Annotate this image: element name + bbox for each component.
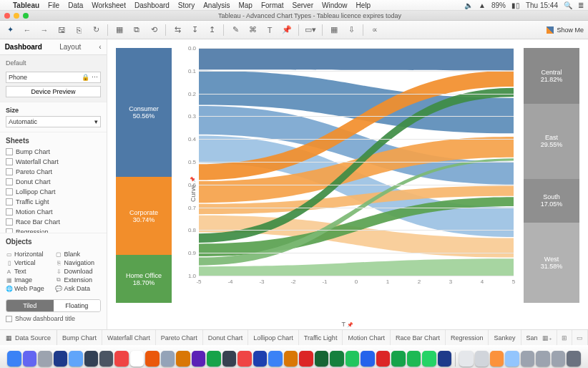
- swap-button[interactable]: ⇆: [172, 24, 183, 36]
- menu-analysis[interactable]: Analysis: [203, 1, 230, 9]
- menu-dashboard[interactable]: Dashboard: [134, 1, 170, 9]
- menu-story[interactable]: Story: [178, 1, 195, 9]
- menu-help[interactable]: Help: [356, 1, 371, 9]
- sheets-list[interactable]: Bump Chart Waterfall Chart Pareto Chart …: [0, 147, 107, 233]
- back-button[interactable]: ←: [21, 24, 33, 36]
- obj-extension[interactable]: ⧉Extension: [56, 276, 102, 284]
- share-button[interactable]: ∝: [369, 24, 381, 36]
- menu-window[interactable]: Window: [322, 1, 348, 9]
- dock-app-icon[interactable]: [192, 351, 205, 367]
- new-worksheet-tab[interactable]: ▦₊: [538, 330, 557, 345]
- obj-text[interactable]: AText: [6, 268, 52, 275]
- menu-map[interactable]: Map: [238, 1, 252, 9]
- menu-worksheet[interactable]: Worksheet: [92, 1, 126, 9]
- dock-app-icon[interactable]: [23, 351, 36, 367]
- tab-sankey-2[interactable]: Sankey 2: [521, 330, 538, 345]
- dock-app-icon[interactable]: [567, 351, 580, 367]
- dock-app-icon[interactable]: [459, 351, 473, 367]
- dock-app-icon[interactable]: [99, 351, 113, 367]
- tab-waterfall-chart[interactable]: Waterfall Chart: [102, 330, 156, 345]
- volume-icon[interactable]: 🔈: [464, 1, 473, 9]
- sheet-item[interactable]: Lollipop Chart: [3, 187, 104, 197]
- fit-dropdown[interactable]: ▭▾: [305, 24, 316, 36]
- tiled-button[interactable]: Tiled: [6, 300, 54, 311]
- clock[interactable]: Thu 15:44: [526, 1, 558, 9]
- segment-west[interactable]: West31.58%: [524, 223, 579, 303]
- download-button[interactable]: ⇩: [346, 24, 357, 36]
- sheet-item[interactable]: Pareto Chart: [3, 167, 104, 177]
- tab-traffic-light[interactable]: Traffic Light: [299, 330, 343, 345]
- dock-app-icon[interactable]: [7, 351, 21, 367]
- close-window-button[interactable]: [4, 13, 10, 19]
- forward-button[interactable]: →: [39, 24, 50, 36]
- dock-app-icon[interactable]: [346, 351, 359, 367]
- menu-data[interactable]: Data: [68, 1, 83, 9]
- duplicate-button[interactable]: ⧉: [131, 24, 142, 36]
- obj-blank[interactable]: ▢Blank: [56, 251, 102, 258]
- control-center-icon[interactable]: ≣: [578, 1, 584, 9]
- sheet-item[interactable]: Race Bar Chart: [3, 217, 104, 227]
- dock-app-icon[interactable]: [114, 351, 128, 367]
- dock-app-icon[interactable]: [54, 351, 67, 367]
- dock-app-icon[interactable]: [130, 351, 144, 367]
- dock-app-icon[interactable]: [552, 351, 565, 367]
- labels-button[interactable]: T: [264, 24, 275, 36]
- new-worksheet-button[interactable]: ▦: [114, 24, 125, 36]
- tab-lollipop-chart[interactable]: Lollipop Chart: [248, 330, 299, 345]
- sort-desc-button[interactable]: ↥: [206, 24, 217, 36]
- dock-app-icon[interactable]: [299, 351, 313, 367]
- dock-app-icon[interactable]: [536, 351, 549, 367]
- tab-pareto-chart[interactable]: Pareto Chart: [156, 330, 203, 345]
- dock-app-icon[interactable]: [253, 351, 267, 367]
- sidebar-tab-layout[interactable]: Layout: [47, 39, 94, 54]
- segment-consumer[interactable]: Consumer50.56%: [116, 48, 172, 177]
- dock-app-icon[interactable]: [376, 351, 390, 367]
- dock-app-icon[interactable]: [361, 351, 374, 367]
- tab-donut-chart[interactable]: Donut Chart: [203, 330, 249, 345]
- minimize-window-button[interactable]: [14, 13, 19, 19]
- dock-app-icon[interactable]: [407, 351, 421, 367]
- sheet-item[interactable]: Bump Chart: [3, 147, 104, 157]
- tab-motion-chart[interactable]: Motion Chart: [343, 330, 391, 345]
- sankey-chart[interactable]: Curve📌 0.00.10.20.30.40.50.60.70.80.91.0…: [176, 48, 519, 329]
- obj-horizontal[interactable]: ▭Horizontal: [6, 251, 52, 258]
- menu-file[interactable]: File: [48, 1, 59, 9]
- sheet-item[interactable]: Motion Chart: [3, 207, 104, 217]
- dock-app-icon[interactable]: [391, 351, 405, 367]
- sort-asc-button[interactable]: ↧: [189, 24, 200, 36]
- dock-app-icon[interactable]: [207, 351, 220, 367]
- sheet-item[interactable]: Donut Chart: [3, 177, 104, 187]
- dock-app-icon[interactable]: [222, 351, 236, 367]
- sheet-item[interactable]: Waterfall Chart: [3, 157, 104, 167]
- new-story-tab[interactable]: ▭: [572, 330, 588, 345]
- battery-icon[interactable]: ▮▯: [511, 1, 520, 9]
- flow[interactable]: [199, 48, 514, 70]
- left-stacked-bar[interactable]: Consumer50.56%Corporate30.74%Home Office…: [116, 48, 172, 303]
- obj-navigation[interactable]: ⎘Navigation: [56, 259, 102, 266]
- dock-app-icon[interactable]: [490, 351, 504, 367]
- obj-vertical[interactable]: ▯Vertical: [6, 259, 52, 266]
- obj-download[interactable]: ⇩Download: [56, 268, 102, 275]
- obj-webpage[interactable]: 🌐Web Page: [6, 285, 52, 292]
- save-button[interactable]: 🖫: [56, 24, 67, 36]
- new-dashboard-tab[interactable]: ⊞: [557, 330, 572, 345]
- tab-bump-chart[interactable]: Bump Chart: [57, 330, 102, 345]
- sheet-item[interactable]: Traffic Light: [3, 197, 104, 207]
- segment-home-office[interactable]: Home Office18.70%: [116, 255, 172, 303]
- floating-button[interactable]: Floating: [54, 300, 101, 311]
- segment-east[interactable]: East29.55%: [524, 104, 579, 179]
- menu-server[interactable]: Server: [293, 1, 313, 9]
- tab-race-bar-chart[interactable]: Race Bar Chart: [391, 330, 446, 345]
- spotlight-icon[interactable]: 🔍: [564, 1, 572, 9]
- presentation-button[interactable]: ▦: [328, 24, 340, 36]
- dock-app-icon[interactable]: [161, 351, 175, 367]
- menu-format[interactable]: Format: [261, 1, 284, 9]
- show-me-button[interactable]: Show Me: [547, 26, 584, 34]
- dashboard-canvas[interactable]: Consumer50.56%Corporate30.74%Home Office…: [107, 39, 588, 329]
- segment-corporate[interactable]: Corporate30.74%: [116, 177, 172, 255]
- wifi-icon[interactable]: ▲: [479, 1, 486, 9]
- clear-button[interactable]: ⟲: [148, 24, 160, 36]
- segment-south[interactable]: South17.05%: [524, 179, 579, 223]
- sidebar-tab-dashboard[interactable]: Dashboard: [0, 39, 47, 54]
- dock-app-icon[interactable]: [145, 351, 159, 367]
